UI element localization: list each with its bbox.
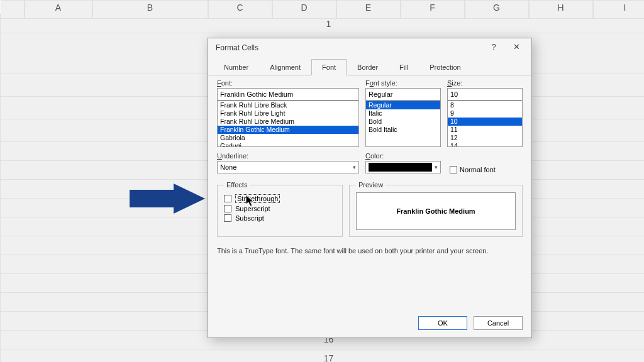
normal-font-label: Normal font [460,166,496,173]
list-item[interactable]: Regular [366,101,440,109]
row-header[interactable]: 17 [1,349,645,362]
strikethrough-label: Strikethrough [235,194,280,203]
format-cells-dialog: Format Cells ? ✕ Number Alignment Font B… [208,38,532,338]
list-item[interactable]: 11 [448,126,522,134]
font-label: Font: [217,79,359,87]
tab-font[interactable]: Font [311,59,347,75]
truetype-note: This is a TrueType font. The same font w… [217,247,523,255]
normal-font-checkbox[interactable]: Normal font [450,166,496,173]
list-item[interactable]: Franklin Gothic Medium [218,126,358,134]
close-button[interactable]: ✕ [505,40,528,55]
checkbox-icon [450,166,457,173]
checkbox-icon [224,214,231,222]
underline-value: None [220,163,236,171]
color-label: Color: [365,152,441,160]
col-header-g[interactable]: G [465,0,529,19]
tab-fill[interactable]: Fill [389,59,419,75]
list-item[interactable]: Frank Ruhl Libre Medium [218,118,358,126]
list-item[interactable]: 8 [448,101,522,109]
effects-group: Effects Strikethrough Superscript Subscr… [217,181,343,237]
col-header-i[interactable]: I [593,0,645,19]
list-item[interactable]: Gadugi [218,142,358,147]
list-item[interactable]: Italic [366,109,440,118]
dialog-titlebar[interactable]: Format Cells ? ✕ [208,38,531,57]
corner-cell[interactable] [1,0,25,19]
subscript-checkbox[interactable]: Subscript [224,214,336,222]
font-style-listbox[interactable]: Regular Italic Bold Bold Italic [365,101,441,147]
cancel-button[interactable]: Cancel [474,316,523,330]
effects-legend: Effects [224,181,250,189]
underline-label: Underline: [217,152,359,160]
strikethrough-checkbox[interactable]: Strikethrough [224,194,336,203]
list-item[interactable]: 14 [448,142,522,147]
superscript-label: Superscript [235,205,270,212]
tab-number[interactable]: Number [213,59,259,75]
tab-protection[interactable]: Protection [419,59,472,75]
list-item[interactable]: Frank Ruhl Libre Black [218,101,358,109]
col-header-d[interactable]: D [272,0,336,19]
size-input[interactable] [447,88,523,101]
col-header-a[interactable]: A [25,0,92,19]
chevron-down-icon: ▾ [435,164,438,170]
dialog-title: Format Cells [216,43,482,52]
preview-legend: Preview [356,181,386,189]
list-item[interactable]: 10 [448,118,522,126]
checkbox-icon [224,195,231,202]
col-header-h[interactable]: H [529,0,593,19]
chevron-down-icon: ▾ [353,164,356,170]
list-item[interactable]: 12 [448,134,522,142]
font-input[interactable] [217,88,359,101]
svg-marker-0 [130,184,205,214]
font-style-input[interactable] [365,88,441,101]
ok-button[interactable]: OK [418,316,467,330]
color-swatch [369,163,432,172]
list-item[interactable]: Bold Italic [366,126,440,134]
list-item[interactable]: Gabriola [218,134,358,142]
tab-alignment[interactable]: Alignment [259,59,311,75]
annotation-arrow-icon [130,184,205,214]
size-listbox[interactable]: 8 9 10 11 12 14 [447,101,523,147]
help-button[interactable]: ? [482,40,505,55]
col-header-f[interactable]: F [401,0,465,19]
list-item[interactable]: Bold [366,118,440,126]
dialog-tabs: Number Alignment Font Border Fill Protec… [208,58,531,75]
size-label: Size: [447,79,523,87]
preview-box: Franklin Gothic Medium [356,192,516,230]
superscript-checkbox[interactable]: Superscript [224,205,336,212]
subscript-label: Subscript [235,214,264,222]
font-listbox[interactable]: Frank Ruhl Libre Black Frank Ruhl Libre … [217,101,359,147]
col-header-b[interactable]: B [92,0,208,19]
col-header-e[interactable]: E [336,0,401,19]
checkbox-icon [224,205,231,212]
color-dropdown[interactable]: ▾ [365,161,441,173]
col-header-c[interactable]: C [208,0,272,19]
list-item[interactable]: Frank Ruhl Libre Light [218,109,358,118]
list-item[interactable]: 9 [448,109,522,118]
underline-dropdown[interactable]: None ▾ [217,161,359,173]
preview-group: Preview Franklin Gothic Medium [349,181,523,237]
tab-border[interactable]: Border [347,59,389,75]
font-style-label: Font style: [365,79,441,87]
